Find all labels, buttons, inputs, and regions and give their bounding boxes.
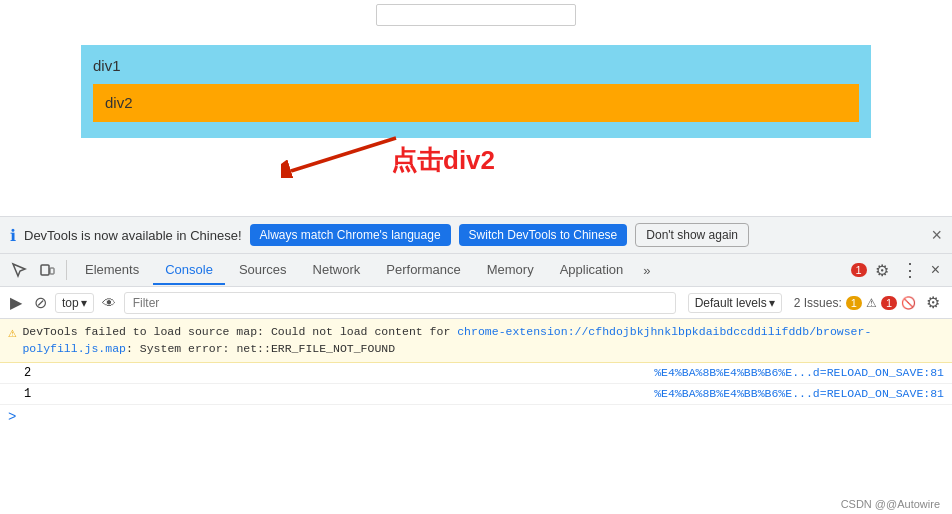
tab-network[interactable]: Network [301, 256, 373, 285]
context-selector[interactable]: top ▾ [55, 293, 94, 313]
tab-performance[interactable]: Performance [374, 256, 472, 285]
page-fragment-box [376, 4, 576, 26]
issues-err-badge: 1 [881, 296, 897, 310]
click-label: 点击div2 [391, 143, 495, 178]
levels-label: Default levels [695, 296, 767, 310]
context-label: top [62, 296, 79, 310]
warning-text-before: DevTools failed to load source map: Coul… [22, 325, 457, 338]
device-icon[interactable] [34, 258, 60, 282]
svg-rect-2 [41, 265, 49, 275]
context-arrow: ▾ [81, 296, 87, 310]
warning-text-after: : System error: net::ERR_FILE_NOT_FOUND [126, 342, 395, 355]
error-badge: 1 [851, 263, 867, 277]
footer-text: CSDN @@Autowire [841, 498, 940, 510]
table-row: 2 %E4%BA%8B%E4%BB%B6%E...d=RELOAD_ON_SAV… [0, 363, 952, 384]
info-icon: ℹ [10, 226, 16, 245]
console-content: ⚠ DevTools failed to load source map: Co… [0, 319, 952, 429]
log-number: 1 [24, 387, 31, 401]
warning-icon: ⚠ [8, 324, 16, 341]
svg-rect-3 [50, 268, 54, 274]
arrow-icon [281, 133, 401, 178]
devtools-toolbar: Elements Console Sources Network Perform… [0, 253, 952, 287]
tab-memory[interactable]: Memory [475, 256, 546, 285]
block-button[interactable]: ⊘ [30, 291, 51, 314]
log-source[interactable]: %E4%BA%8B%E4%BB%B6%E...d=RELOAD_ON_SAVE:… [654, 366, 944, 379]
notification-text: DevTools is now available in Chinese! [24, 228, 242, 243]
tab-elements[interactable]: Elements [73, 256, 151, 285]
log-number: 2 [24, 366, 31, 380]
issues-warn-icon: ⚠ [866, 296, 877, 310]
div2-container[interactable]: div2 [93, 84, 859, 122]
tab-sources[interactable]: Sources [227, 256, 299, 285]
match-language-button[interactable]: Always match Chrome's language [250, 224, 451, 246]
issues-badge: 2 Issues: 1 ⚠ 1 🚫 [794, 296, 916, 310]
notification-close-button[interactable]: × [931, 225, 942, 246]
close-devtools-button[interactable]: × [925, 257, 946, 283]
switch-chinese-button[interactable]: Switch DevTools to Chinese [459, 224, 628, 246]
log-source[interactable]: %E4%BA%8B%E4%BB%B6%E...d=RELOAD_ON_SAVE:… [654, 387, 944, 400]
prompt-icon: > [8, 409, 16, 425]
issues-text: 2 Issues: [794, 296, 842, 310]
spacer [0, 198, 952, 216]
div1-container: div1 div2 [81, 45, 871, 138]
console-settings-button[interactable]: ⚙ [920, 291, 946, 314]
devtools-notification-bar: ℹ DevTools is now available in Chinese! … [0, 216, 952, 253]
div2-label: div2 [105, 94, 133, 111]
filter-input[interactable] [124, 292, 676, 314]
div1-label: div1 [93, 57, 859, 74]
filter-input-wrap [124, 292, 676, 314]
tab-console[interactable]: Console [153, 256, 225, 285]
run-button[interactable]: ▶ [6, 291, 26, 314]
console-warning-row: ⚠ DevTools failed to load source map: Co… [0, 319, 952, 363]
cursor-icon[interactable] [6, 258, 32, 282]
page-fragment [0, 0, 952, 30]
svg-line-1 [291, 138, 396, 171]
settings-button[interactable]: ⚙ [869, 257, 895, 284]
content-area: div1 div2 点击div2 [0, 30, 952, 198]
issues-warn-badge: 1 [846, 296, 862, 310]
table-row: 1 %E4%BA%8B%E4%BB%B6%E...d=RELOAD_ON_SAV… [0, 384, 952, 405]
warning-text: DevTools failed to load source map: Coul… [22, 323, 944, 358]
console-filter-bar: ▶ ⊘ top ▾ 👁 Default levels ▾ 2 Issues: 1… [0, 287, 952, 319]
footer: CSDN @@Autowire [829, 494, 952, 514]
console-prompt-row: > [0, 405, 952, 429]
eye-button[interactable]: 👁 [98, 293, 120, 313]
arrow-area: 点击div2 [81, 138, 871, 188]
toolbar-separator [66, 260, 67, 280]
more-tabs-button[interactable]: » [637, 259, 656, 282]
dont-show-again-button[interactable]: Don't show again [635, 223, 749, 247]
issues-err-icon: 🚫 [901, 296, 916, 310]
levels-arrow: ▾ [769, 296, 775, 310]
more-options-button[interactable]: ⋮ [897, 255, 923, 285]
levels-selector[interactable]: Default levels ▾ [688, 293, 782, 313]
tab-application[interactable]: Application [548, 256, 636, 285]
